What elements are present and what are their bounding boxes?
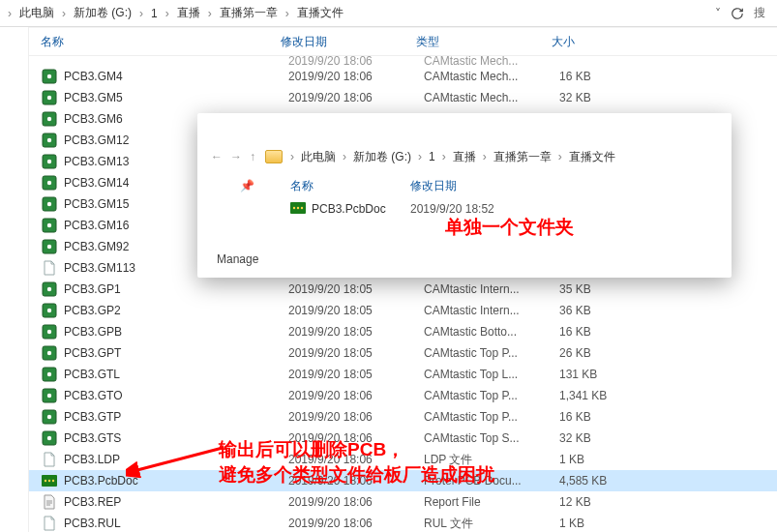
chevron-right-icon: › xyxy=(164,7,171,20)
svg-point-3 xyxy=(47,96,51,100)
breadcrumb-item[interactable]: 此电脑 xyxy=(296,149,341,165)
svg-point-7 xyxy=(47,138,51,142)
file-size: 26 KB xyxy=(559,346,656,360)
breadcrumb-item[interactable]: 直播 xyxy=(171,5,206,21)
file-row[interactable]: PCB3.GTL2019/9/20 18:05CAMtastic Top L..… xyxy=(29,364,777,385)
column-date[interactable]: 修改日期 xyxy=(281,34,416,50)
breadcrumb-item[interactable]: 新加卷 (G:) xyxy=(348,149,416,165)
file-row[interactable]: PCB3.GTP2019/9/20 18:06CAMtastic Top P..… xyxy=(29,406,777,428)
breadcrumb-item[interactable]: 1 xyxy=(145,7,164,20)
file-type: Report File xyxy=(424,495,559,509)
file-size: 4,585 KB xyxy=(559,474,656,488)
file-size: 16 KB xyxy=(559,410,656,424)
file-type: CAMtastic Mech... xyxy=(424,70,559,83)
file-size: 32 KB xyxy=(559,431,656,445)
svg-point-17 xyxy=(47,245,51,249)
overlay-breadcrumb: ← → ↑ › 此电脑 › 新加卷 (G:) › 1 › 直播 › 直播第一章 … xyxy=(197,140,732,173)
cam-file-icon xyxy=(41,89,58,106)
file-row[interactable]: PCB3.GM42019/9/20 18:06CAMtastic Mech...… xyxy=(29,66,777,87)
file-row[interactable]: PCB3.GPT2019/9/20 18:05CAMtastic Top P..… xyxy=(29,342,777,364)
overlay-columns-header[interactable]: 名称 修改日期 xyxy=(284,173,732,198)
file-type: CAMtastic Mech... xyxy=(424,91,559,104)
breadcrumb-item[interactable]: 直播文件 xyxy=(291,5,349,21)
breadcrumb-item[interactable]: 1 xyxy=(424,150,440,163)
svg-point-13 xyxy=(47,202,51,206)
file-row-partial[interactable]: 2019/9/20 18:06 CAMtastic Mech... xyxy=(29,56,777,66)
file-file-icon xyxy=(41,259,58,277)
file-date: 2019/9/20 18:06 xyxy=(288,389,424,402)
file-date: 2019/9/20 18:05 xyxy=(288,368,424,381)
svg-point-27 xyxy=(47,372,51,376)
nav-back-icon[interactable]: ← xyxy=(207,150,226,163)
file-size: 35 KB xyxy=(559,282,656,296)
file-size: 1 KB xyxy=(559,453,656,466)
pcb-file-icon xyxy=(290,202,306,217)
chevron-right-icon: › xyxy=(6,7,14,20)
file-size: 12 KB xyxy=(559,495,656,509)
file-row[interactable]: PCB3.GM52019/9/20 18:06CAMtastic Mech...… xyxy=(29,87,777,108)
file-row[interactable]: PCB3.GP22019/9/20 18:05CAMtastic Intern.… xyxy=(29,300,777,321)
file-name: PCB3.GTL xyxy=(64,368,288,381)
pin-icon[interactable]: 📌 xyxy=(240,179,254,192)
svg-point-31 xyxy=(47,415,51,419)
svg-point-1 xyxy=(47,74,51,78)
svg-point-33 xyxy=(47,436,51,440)
svg-point-5 xyxy=(47,117,51,121)
file-size: 1,341 KB xyxy=(559,389,656,402)
column-type[interactable]: 类型 xyxy=(416,34,552,50)
columns-header[interactable]: 名称 修改日期 类型 大小 xyxy=(29,27,777,56)
svg-point-19 xyxy=(47,287,51,291)
overlay-quick-access: 📌 xyxy=(197,173,284,220)
cam-file-icon xyxy=(41,408,58,426)
chevron-right-icon: › xyxy=(284,7,291,20)
cam-file-icon xyxy=(41,153,58,170)
file-name: PCB3.GPB xyxy=(64,325,288,339)
file-name: PCB3.REP xyxy=(64,495,288,509)
file-row[interactable]: PCB3.GTO2019/9/20 18:06CAMtastic Top P..… xyxy=(29,385,777,406)
file-row[interactable]: PCB3.GPB2019/9/20 18:05CAMtastic Botto..… xyxy=(29,321,777,342)
history-dropdown-icon[interactable]: ˅ xyxy=(709,7,727,20)
refresh-icon[interactable] xyxy=(727,3,748,24)
breadcrumb-item[interactable]: 直播 xyxy=(448,149,481,165)
file-row[interactable]: PCB3.REP2019/9/20 18:06Report File12 KB xyxy=(29,491,777,513)
svg-point-15 xyxy=(47,223,51,227)
svg-point-9 xyxy=(47,160,51,163)
overlay-col-date[interactable]: 修改日期 xyxy=(410,178,565,194)
breadcrumb-item[interactable]: 直播第一章 xyxy=(489,149,556,165)
file-name: PCB3.GTP xyxy=(64,410,288,424)
file-file-icon xyxy=(41,451,58,468)
file-size: 16 KB xyxy=(559,70,656,83)
cam-file-icon xyxy=(41,68,58,85)
search-hint[interactable]: 搜 xyxy=(748,5,771,21)
svg-point-25 xyxy=(47,351,51,355)
rep-file-icon xyxy=(41,493,58,511)
svg-point-29 xyxy=(47,394,51,398)
overlay-explorer-window: ← → ↑ › 此电脑 › 新加卷 (G:) › 1 › 直播 › 直播第一章 … xyxy=(197,113,732,278)
breadcrumb-item[interactable]: 直播第一章 xyxy=(214,5,284,21)
column-size[interactable]: 大小 xyxy=(552,34,648,50)
cam-file-icon xyxy=(41,387,58,404)
file-date: 2019/9/20 18:05 xyxy=(288,325,424,339)
file-type: CAMtastic Intern... xyxy=(424,304,559,317)
breadcrumb-item[interactable]: 直播文件 xyxy=(564,149,620,165)
cam-file-icon xyxy=(41,429,58,447)
file-row[interactable]: PCB3.RUL2019/9/20 18:06RUL 文件1 KB xyxy=(29,513,777,532)
cam-file-icon xyxy=(41,344,58,362)
breadcrumb-item[interactable]: 新加卷 (G:) xyxy=(68,5,137,21)
breadcrumb-item[interactable]: 此电脑 xyxy=(14,5,60,21)
cam-file-icon xyxy=(41,217,58,234)
file-size: 16 KB xyxy=(559,325,656,339)
cam-file-icon xyxy=(41,238,58,255)
file-row[interactable]: PCB3.GP12019/9/20 18:05CAMtastic Intern.… xyxy=(29,279,777,300)
file-name: PCB3.GTO xyxy=(64,389,288,402)
column-name[interactable]: 名称 xyxy=(29,34,281,50)
file-date: 2019/9/20 18:06 xyxy=(288,410,424,424)
overlay-col-name[interactable]: 名称 xyxy=(284,178,410,194)
svg-point-37 xyxy=(52,480,54,482)
file-name: PCB3.GPT xyxy=(64,346,288,360)
nav-up-icon[interactable]: ↑ xyxy=(246,150,259,163)
nav-forward-icon[interactable]: → xyxy=(226,150,246,163)
svg-point-41 xyxy=(301,206,303,208)
file-date: 2019/9/20 18:06 xyxy=(288,70,424,83)
breadcrumb-bar: › 此电脑 › 新加卷 (G:) › 1 › 直播 › 直播第一章 › 直播文件… xyxy=(0,0,777,27)
